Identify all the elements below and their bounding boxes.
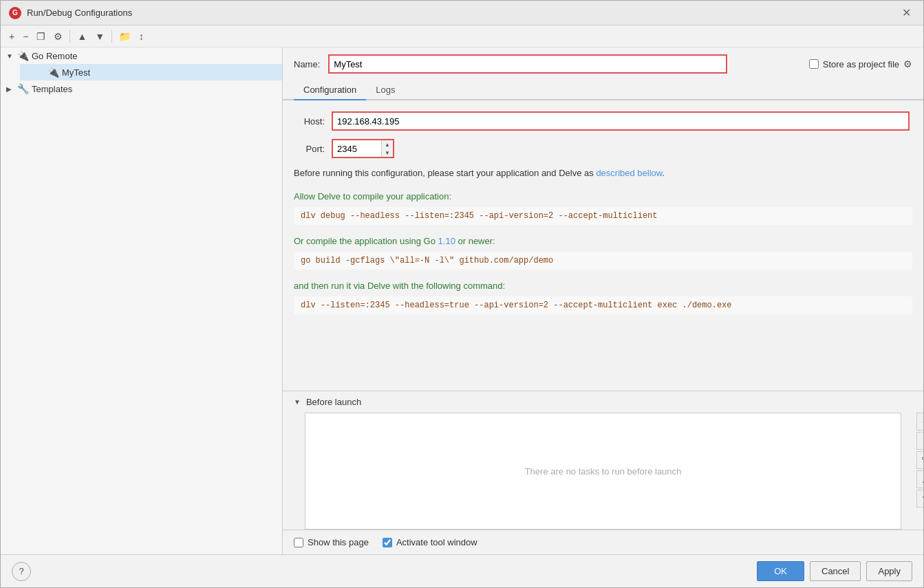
tree-item-mytest[interactable]: 🔌 MyTest — [20, 64, 282, 80]
before-launch-title: Before launch — [306, 397, 361, 407]
dialog-title: Run/Debug Configurations — [27, 8, 132, 18]
apply-button[interactable]: Apply — [866, 561, 912, 581]
port-field-row: Port: ▲ ▼ — [294, 139, 912, 158]
launch-remove-button[interactable]: − — [916, 432, 923, 450]
close-button[interactable]: ✕ — [898, 5, 915, 21]
host-input[interactable] — [332, 111, 910, 131]
move-up-button[interactable]: ▲ — [74, 30, 89, 43]
launch-edit-button[interactable]: ✎ — [916, 451, 923, 469]
dialog-window: G Run/Debug Configurations ✕ + − ❐ ⚙ ▲ ▼… — [0, 0, 924, 588]
section3-title: and then run it via Delve with the follo… — [294, 281, 912, 291]
bottom-options: Show this page Activate tool window — [283, 530, 923, 554]
described-bellow-link[interactable]: described bellow — [596, 168, 662, 178]
app-icon: G — [9, 7, 21, 19]
section1: Allow Delve to compile your application:… — [294, 191, 912, 225]
activate-tool-checkbox[interactable] — [383, 538, 392, 547]
store-project-area: Store as project file ⚙ — [809, 58, 912, 69]
right-panel: Name: Store as project file ⚙ Configurat… — [283, 47, 923, 554]
section1-title: Allow Delve to compile your application: — [294, 191, 912, 202]
section3: and then run it via Delve with the follo… — [294, 281, 912, 314]
main-content: ▼ 🔌 Go Remote 🔌 MyTest ▶ 🔧 Templates — [1, 47, 923, 554]
tab-logs[interactable]: Logs — [366, 80, 405, 100]
folder-button[interactable]: 📁 — [116, 30, 133, 43]
before-launch-collapse-arrow[interactable]: ▼ — [294, 398, 301, 406]
launch-down-button[interactable]: ▼ — [916, 490, 923, 508]
remove-config-button[interactable]: − — [20, 30, 31, 43]
port-spin-up[interactable]: ▲ — [382, 140, 393, 149]
activate-tool-label[interactable]: Activate tool window — [383, 537, 477, 547]
section3-code: dlv --listen=:2345 --headless=true --api… — [294, 296, 912, 314]
tree-group-templates[interactable]: ▶ 🔧 Templates — [1, 80, 282, 97]
templates-label: Templates — [32, 84, 72, 94]
host-label: Host: — [294, 116, 325, 127]
activate-tool-text: Activate tool window — [396, 537, 477, 547]
store-project-checkbox[interactable] — [809, 59, 819, 69]
toolbar: + − ❐ ⚙ ▲ ▼ 📁 ↕ — [1, 25, 923, 47]
section2-title: Or compile the application using Go 1.10… — [294, 236, 912, 246]
before-launch-side-buttons: + − ✎ ▲ ▼ — [916, 413, 923, 508]
mytest-icon: 🔌 — [47, 67, 59, 78]
section1-code: dlv debug --headless --listen=:2345 --ap… — [294, 207, 912, 225]
launch-up-button[interactable]: ▲ — [916, 470, 923, 488]
tree-group-label: Go Remote — [32, 51, 77, 61]
before-launch-container: There are no tasks to run before launch … — [294, 413, 912, 530]
before-launch-header: ▼ Before launch — [283, 391, 923, 413]
show-this-page-label[interactable]: Show this page — [294, 537, 369, 547]
before-launch-section: ▼ Before launch There are no tasks to ru… — [283, 391, 923, 530]
cancel-button[interactable]: Cancel — [810, 561, 861, 581]
show-this-page-checkbox[interactable] — [294, 538, 303, 547]
move-down-button[interactable]: ▼ — [92, 30, 107, 43]
tree-collapse-arrow: ▼ — [6, 52, 14, 60]
config-panel: Host: Port: ▲ ▼ Before ru — [283, 100, 923, 391]
go-remote-icon: 🔌 — [17, 50, 29, 61]
templates-icon: 🔧 — [17, 83, 29, 94]
title-bar-left: G Run/Debug Configurations — [9, 7, 132, 19]
footer: ? OK Cancel Apply — [1, 554, 923, 587]
launch-add-button[interactable]: + — [916, 413, 923, 431]
add-config-button[interactable]: + — [6, 30, 17, 43]
help-button[interactable]: ? — [12, 562, 31, 581]
name-label: Name: — [294, 59, 320, 69]
toolbar-separator — [69, 30, 70, 43]
info-text: Before running this configuration, pleas… — [294, 166, 912, 180]
tab-configuration[interactable]: Configuration — [294, 80, 366, 100]
store-gear-icon[interactable]: ⚙ — [903, 58, 912, 69]
no-tasks-text: There are no tasks to run before launch — [525, 466, 682, 477]
toolbar-separator-2 — [111, 30, 112, 43]
store-project-label: Store as project file — [823, 59, 899, 69]
ok-button[interactable]: OK — [757, 561, 804, 581]
settings-button[interactable]: ⚙ — [51, 30, 65, 43]
sort-button[interactable]: ↕ — [136, 30, 147, 43]
tree-children: 🔌 MyTest — [1, 64, 282, 80]
port-spinners: ▲ ▼ — [381, 140, 393, 157]
tree-item-label: MyTest — [62, 67, 90, 78]
section2-code: go build -gcflags \"all=-N -l\" github.c… — [294, 252, 912, 270]
copy-config-button[interactable]: ❐ — [34, 30, 48, 43]
tabs-bar: Configuration Logs — [283, 80, 923, 100]
title-bar: G Run/Debug Configurations ✕ — [1, 1, 923, 25]
host-field-row: Host: — [294, 111, 912, 131]
footer-actions: OK Cancel Apply — [757, 561, 912, 581]
left-panel: ▼ 🔌 Go Remote 🔌 MyTest ▶ 🔧 Templates — [1, 47, 283, 554]
port-spin-down[interactable]: ▼ — [382, 149, 393, 157]
show-this-page-text: Show this page — [308, 537, 369, 547]
tree-templates-arrow: ▶ — [6, 85, 14, 93]
port-input[interactable] — [333, 140, 381, 157]
tree-group-go-remote[interactable]: ▼ 🔌 Go Remote — [1, 47, 282, 64]
port-input-wrapper: ▲ ▼ — [332, 139, 394, 158]
before-launch-body: There are no tasks to run before launch — [305, 413, 901, 530]
go-version-link[interactable]: 1.10 — [438, 236, 455, 246]
section2: Or compile the application using Go 1.10… — [294, 236, 912, 270]
name-input[interactable] — [328, 54, 727, 74]
name-bar: Name: Store as project file ⚙ — [283, 47, 923, 80]
port-label: Port: — [294, 144, 325, 154]
